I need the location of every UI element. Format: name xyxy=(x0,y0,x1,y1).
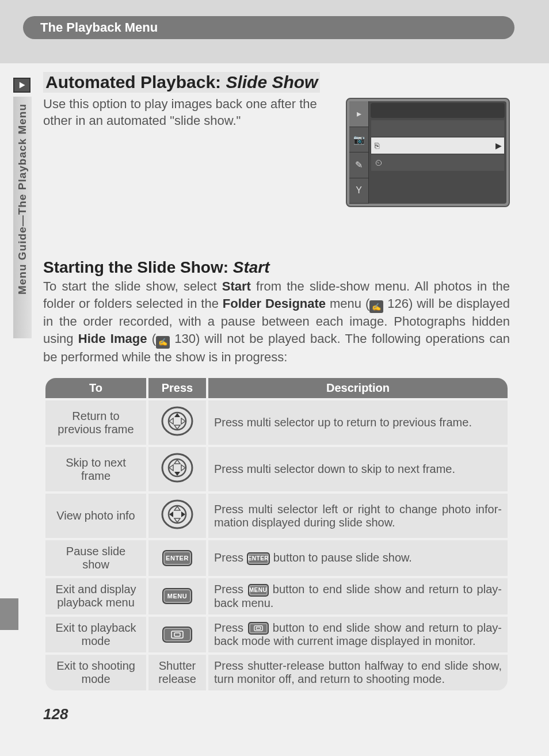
enter-button-icon: ENTER xyxy=(162,550,192,566)
main-content: Automated Playback: Slide Show Use this … xyxy=(43,72,510,693)
cell-desc: Press MENU button to end slide show and … xyxy=(208,578,508,614)
side-guide-text: Menu Guide—The Playback Menu xyxy=(16,104,29,295)
playback-icon xyxy=(13,78,30,93)
camera-menu-screenshot: ▸ 📷 ✎ Y ⎘▶ ⏲ xyxy=(346,98,510,207)
table-row: View photo info Press multi selector lef… xyxy=(45,494,508,538)
svg-point-13 xyxy=(162,501,192,528)
svg-marker-9 xyxy=(174,460,180,464)
subsection-title-b: Start xyxy=(233,258,270,276)
svg-marker-15 xyxy=(174,506,180,510)
table-row: Return to previous frame Press multi sel… xyxy=(45,400,508,445)
table-row: Pause slide show ENTER Press ENTER butto… xyxy=(45,540,508,576)
svg-point-7 xyxy=(162,454,192,482)
ss-row-1 xyxy=(371,120,504,136)
cell-to: Exit and display playback menu xyxy=(45,578,146,614)
cell-press xyxy=(148,400,206,445)
cell-desc: Press button to end slide show and retur… xyxy=(208,617,508,653)
side-accent-bar xyxy=(0,598,18,630)
cell-to: Pause slide show xyxy=(45,540,146,576)
cell-press xyxy=(148,447,206,491)
svg-marker-16 xyxy=(174,518,180,522)
table-row: Exit and display playback menu MENU Pres… xyxy=(45,578,508,614)
svg-rect-21 xyxy=(254,626,262,631)
cell-desc: Press multi selector left or right to ch… xyxy=(208,494,508,538)
section-title-a: Automated Playback: xyxy=(45,72,226,91)
cell-desc: Press multi selector up to return to pre… xyxy=(208,400,508,445)
svg-marker-5 xyxy=(169,418,173,424)
multi-selector-up-icon xyxy=(161,405,193,440)
body-paragraph: To start the slide show, select Start fr… xyxy=(43,278,510,365)
subsection-title: Starting the Slide Show: Start xyxy=(43,258,510,277)
enter-button-icon: ENTER xyxy=(247,552,270,565)
ss-tab-playback-icon: ▸ xyxy=(349,101,368,127)
svg-point-1 xyxy=(162,407,192,435)
cell-press xyxy=(148,617,206,653)
ss-tab-pencil-icon: ✎ xyxy=(349,152,368,178)
page-ref-icon: ✍ xyxy=(369,300,383,313)
cell-press: Shutter release xyxy=(148,655,206,690)
cell-press: MENU xyxy=(148,578,206,614)
multi-selector-down-icon xyxy=(161,452,193,487)
cell-press: ENTER xyxy=(148,540,206,576)
ss-tab-camera-icon: 📷 xyxy=(349,127,368,153)
intro-paragraph: Use this option to play images back one … xyxy=(43,96,337,129)
cell-press xyxy=(148,494,206,538)
menu-button-icon: MENU xyxy=(248,584,269,597)
table-row: Skip to next frame Press multi selector … xyxy=(45,447,508,491)
page-ref-icon: ✍ xyxy=(156,336,170,349)
cell-desc: Press ENTER button to pause slide show. xyxy=(208,540,508,576)
table-row: Exit to playback mode Press button to en… xyxy=(45,617,508,653)
page-number: 128 xyxy=(43,705,68,723)
svg-rect-22 xyxy=(256,627,260,629)
th-desc: Description xyxy=(208,378,508,398)
svg-marker-12 xyxy=(181,465,185,471)
svg-marker-3 xyxy=(174,413,180,417)
svg-marker-6 xyxy=(181,418,185,424)
ss-row-3: ⏲ xyxy=(371,155,504,171)
cell-to: Skip to next frame xyxy=(45,447,146,491)
monitor-button-icon xyxy=(248,622,269,635)
svg-marker-10 xyxy=(174,472,180,476)
menu-button-icon: MENU xyxy=(162,588,192,604)
svg-marker-0 xyxy=(20,82,25,88)
svg-rect-19 xyxy=(171,631,183,638)
svg-marker-18 xyxy=(181,511,185,517)
subsection-title-a: Starting the Slide Show: xyxy=(43,258,233,276)
cell-to: Exit to shooting mode xyxy=(45,655,146,690)
monitor-button-icon xyxy=(162,627,192,643)
cell-to: View photo info xyxy=(45,494,146,538)
cell-desc: Press shutter-release button halfway to … xyxy=(208,655,508,690)
multi-selector-lr-icon xyxy=(161,498,193,533)
header-tab-text: The Playback Menu xyxy=(40,20,158,35)
operations-table: To Press Description Return to previous … xyxy=(43,376,510,693)
cell-desc: Press multi selector down to skip to nex… xyxy=(208,447,508,491)
svg-marker-4 xyxy=(174,425,180,429)
svg-marker-17 xyxy=(169,511,173,517)
section-title: Automated Playback: Slide Show xyxy=(43,72,320,93)
table-row: Exit to shooting mode Shutter release Pr… xyxy=(45,655,508,690)
th-to: To xyxy=(45,378,146,398)
svg-rect-20 xyxy=(174,633,180,636)
header-tab: The Playback Menu xyxy=(23,16,514,39)
ss-row-highlighted: ⎘▶ xyxy=(371,138,504,154)
cell-to: Exit to playback mode xyxy=(45,617,146,653)
ss-tab-wrench-icon: Y xyxy=(349,178,368,204)
ss-banner xyxy=(371,103,505,118)
cell-to: Return to previous frame xyxy=(45,400,146,445)
th-press: Press xyxy=(148,378,206,398)
svg-marker-11 xyxy=(169,465,173,471)
section-title-b: Slide Show xyxy=(226,72,318,91)
